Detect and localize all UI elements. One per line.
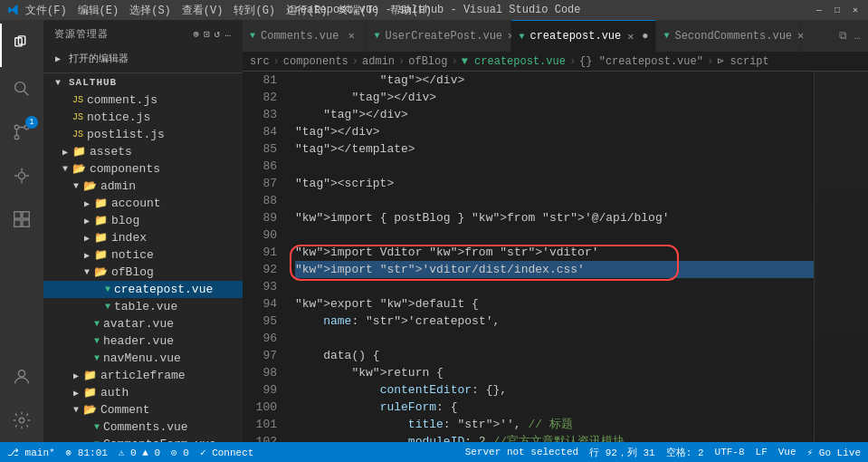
folder-components[interactable]: ▼ 📂 components (43, 160, 243, 178)
language-mode[interactable]: Vue (778, 447, 796, 457)
split-editor-icon[interactable]: ⧉ (839, 30, 847, 43)
activity-extensions[interactable] (0, 197, 43, 241)
code-line[interactable] (295, 158, 814, 175)
cursor-position[interactable]: 行 92，列 31 (589, 446, 655, 459)
file-createpostvue[interactable]: ▼ createpost.vue (43, 281, 243, 298)
file-postlistjs[interactable]: JS postlist.js (43, 126, 243, 143)
indentation[interactable]: 空格: 2 (666, 446, 704, 459)
line-number: 97 (243, 347, 277, 364)
error-count[interactable]: ⊗ 81:01 (66, 447, 108, 458)
file-noticejs[interactable]: JS notice.js (43, 109, 243, 126)
file-tablevue[interactable]: ▼ table.vue (43, 298, 243, 315)
tab-close[interactable]: ✕ (797, 29, 804, 43)
go-live-button[interactable]: ⚡ Go Live (807, 447, 861, 458)
tab-close[interactable]: ✕ (344, 29, 358, 43)
breadcrumb-ofblog[interactable]: ofBlog (408, 55, 447, 68)
info-count[interactable]: ⊙ 0 (171, 447, 189, 458)
activity-search[interactable] (0, 67, 43, 111)
breadcrumb-components[interactable]: components (283, 55, 348, 68)
activity-explorer[interactable] (0, 24, 43, 67)
file-commentsformvue[interactable]: ▼ CommentsForm.vue (43, 436, 243, 442)
breadcrumb-src[interactable]: src (250, 55, 270, 68)
tab-secondcomments[interactable]: ▼ SecondComments.vue ✕ (656, 20, 801, 52)
code-line[interactable]: "kw">import Vditor "kw">from "str">'vdit… (295, 244, 814, 261)
code-line[interactable]: ruleForm: { (295, 399, 814, 416)
breadcrumb-sep: › (569, 55, 576, 68)
more-options-icon[interactable]: … (224, 28, 232, 40)
code-line[interactable]: "tag"></div> (295, 72, 814, 89)
folder-assets[interactable]: ▶ 📁 assets (43, 143, 243, 160)
encoding[interactable]: UTF-8 (715, 447, 745, 457)
new-folder-icon[interactable]: ⊡ (204, 28, 211, 40)
close-button[interactable]: ✕ (850, 5, 861, 15)
code-line[interactable]: "tag"><script> (295, 175, 814, 192)
files-icon (13, 35, 33, 55)
file-navmenuvue[interactable]: ▼ navMenu.vue (43, 350, 243, 367)
new-file-icon[interactable]: ⊕ (194, 28, 201, 40)
connect-status[interactable]: ✓ Connect (200, 447, 253, 458)
menu-view[interactable]: 查看(V) (182, 3, 224, 18)
activity-account[interactable] (0, 355, 43, 399)
code-line[interactable]: moduleID: 2,//官方文章默认资讯模块 (295, 433, 814, 442)
code-line[interactable] (295, 226, 814, 244)
open-editors-title[interactable]: ▶ 打开的编辑器 (43, 48, 243, 69)
file-label: Comments.vue (103, 420, 188, 434)
code-line[interactable]: "tag"></div> (295, 106, 814, 123)
menu-file[interactable]: 文件(F) (25, 3, 67, 18)
tab-close[interactable]: ✕ (626, 29, 634, 43)
folder-ofblog[interactable]: ▼ 📂 ofBlog (43, 264, 243, 281)
code-line[interactable] (295, 278, 814, 295)
code-content[interactable]: "tag"></div> "tag"></div> "tag"></div>"t… (288, 72, 814, 442)
file-avatarvue[interactable]: ▼ avatar.vue (43, 315, 243, 332)
branch-indicator[interactable]: ⎇ main* (7, 447, 55, 458)
code-line[interactable] (295, 330, 814, 347)
folder-notice[interactable]: ▶ 📁 notice (43, 246, 243, 264)
file-commentsvue[interactable]: ▼ Comments.vue (43, 419, 243, 436)
code-line[interactable]: "tag"></template> (295, 140, 814, 158)
maximize-button[interactable]: □ (832, 5, 843, 15)
code-line[interactable]: "tag"></div> (295, 123, 814, 140)
tab-usercreatepost[interactable]: ▼ UserCreatePost.vue ✕ (367, 20, 511, 52)
file-headervue[interactable]: ▼ header.vue (43, 332, 243, 350)
search-icon (12, 79, 32, 99)
code-line[interactable]: "kw">export "kw">default { (295, 295, 814, 313)
tab-comments[interactable]: ▼ Comments.vue ✕ (243, 20, 367, 52)
file-commentjs[interactable]: JS comment.js (43, 91, 243, 109)
more-tabs-icon[interactable]: … (854, 30, 861, 43)
minimize-button[interactable]: — (814, 5, 825, 15)
code-line[interactable]: title: "str">'', // 标题 (295, 416, 814, 433)
activity-settings[interactable] (0, 399, 43, 442)
folder-auth[interactable]: ▶ 📁 auth (43, 384, 243, 401)
code-line[interactable]: "kw">import { postBlog } "kw">from "str"… (295, 209, 814, 226)
tab-createpost[interactable]: ▼ createpost.vue ✕ ● (511, 20, 656, 52)
code-line[interactable]: "kw">return { (295, 364, 814, 381)
sidebar-scroll[interactable]: ▶ 打开的编辑器 ▼ SALTHUB JS comment.js JS noti… (43, 48, 243, 442)
breadcrumb-file[interactable]: ▼ createpost.vue (462, 55, 566, 68)
breadcrumb-symbol[interactable]: {} "createpost.vue" (579, 55, 703, 68)
refresh-icon[interactable]: ↺ (215, 28, 222, 40)
code-line[interactable]: "tag"></div> (295, 89, 814, 106)
menu-edit[interactable]: 编辑(E) (78, 3, 119, 18)
menu-selection[interactable]: 选择(S) (129, 3, 171, 18)
code-line[interactable]: data() { (295, 347, 814, 364)
minimap[interactable] (814, 72, 868, 442)
line-ending[interactable]: LF (756, 447, 768, 457)
code-line[interactable] (295, 192, 814, 209)
code-line[interactable]: name: "str">'createpost', (295, 313, 814, 330)
menu-goto[interactable]: 转到(G) (234, 3, 275, 18)
server-status[interactable]: Server not selected (465, 447, 578, 457)
warning-count[interactable]: ⚠ 0 ▲ 0 (119, 447, 160, 458)
folder-index[interactable]: ▶ 📁 index (43, 229, 243, 246)
folder-admin[interactable]: ▼ 📂 admin (43, 178, 243, 195)
folder-articleframe[interactable]: ▶ 📁 articleframe (43, 367, 243, 384)
activity-source-control[interactable]: 1 (0, 111, 43, 154)
folder-comment[interactable]: ▼ 📂 Comment (43, 401, 243, 419)
breadcrumb-admin[interactable]: admin (362, 55, 395, 68)
breadcrumb-script[interactable]: ⊳ script (717, 54, 769, 68)
code-line[interactable]: "kw">import "str">'vditor/dist/index.css… (295, 261, 814, 278)
folder-blog[interactable]: ▶ 📁 blog (43, 212, 243, 229)
folder-account[interactable]: ▶ 📁 account (43, 195, 243, 212)
salthub-root[interactable]: ▼ SALTHUB (43, 73, 243, 91)
activity-debug[interactable] (0, 154, 43, 197)
code-line[interactable]: contentEditor: {}, (295, 381, 814, 399)
